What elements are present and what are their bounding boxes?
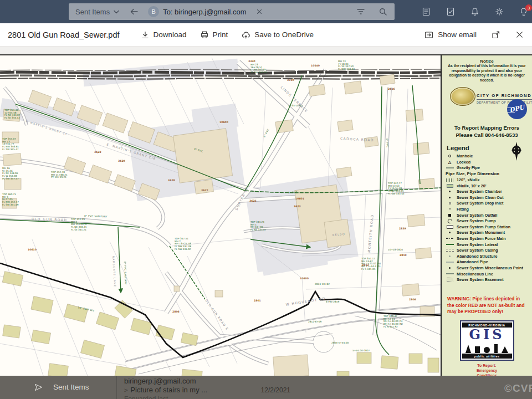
notice-title: Notice (446, 59, 528, 64)
circle-sm-symbol (446, 202, 454, 204)
report-errors-text: To Report Mapping Errors Please Call 804… (446, 125, 528, 139)
dot-symbol (446, 232, 454, 233)
open-in-new-window-icon[interactable] (491, 30, 500, 39)
dot-faint-symbol (446, 255, 454, 257)
expand-icon[interactable]: > (124, 387, 127, 393)
search-icon[interactable] (378, 7, 388, 17)
dot-symbol (446, 197, 454, 198)
square-symbol (446, 214, 454, 217)
notifications-icon[interactable] (470, 7, 480, 17)
line-gray-symbol (446, 273, 454, 274)
svg-text:2812: 2812 (362, 264, 369, 267)
pdf-page[interactable]: DURYEA DRCADOCA ROADMONTEITH ROADOLD GUN… (0, 54, 532, 376)
map-legend-panel: Notice As the recipient of this informat… (441, 55, 532, 376)
city-seal-logo (450, 87, 475, 106)
svg-text:3625: 3625 (249, 200, 257, 202)
svg-text:10540: 10540 (311, 64, 320, 67)
gis-pictograms (462, 341, 512, 354)
svg-text:2616: 2616 (388, 88, 395, 90)
north-arrow-icon (508, 141, 525, 161)
cloud-icon (241, 30, 250, 39)
svg-text:3620: 3620 (118, 160, 125, 162)
legend-item: Pipe Size, Pipe Dimension (446, 171, 528, 177)
legend-item-list: Manhole△LockedGravity PipePipe Size, Pip… (446, 153, 528, 282)
avatar: B (148, 6, 159, 17)
dpu-logo: DPU (507, 99, 527, 119)
topbar-icon-group: 3 (421, 0, 529, 23)
back-icon[interactable] (129, 7, 139, 17)
svg-text:2824-10+82: 2824-10+82 (315, 283, 330, 285)
dot-sm-symbol (446, 208, 454, 209)
svg-text:5+44.00-2807: 5+44.00-2807 (352, 349, 370, 352)
my-day-icon[interactable] (421, 7, 431, 17)
svg-text:3628: 3628 (168, 179, 175, 182)
rect-open-symbol (446, 225, 454, 229)
legend-item: Miscellaneous Line (446, 271, 528, 277)
settings-icon[interactable] (494, 7, 504, 17)
tips-badge: 3 (525, 4, 532, 11)
svg-text:2801: 2801 (254, 299, 261, 302)
svg-text:6+95-2819: 6+95-2819 (326, 300, 340, 303)
circle-open-symbol (446, 155, 454, 157)
recipient-chip[interactable]: B To: biringerp.j@gmail.com (148, 6, 262, 17)
recipient-query-text: To: biringerp.j@gmail.com (163, 8, 246, 16)
line-gray-symbol (446, 167, 454, 168)
dot-symbol (446, 267, 454, 269)
todo-icon[interactable] (446, 7, 456, 17)
legend-item: Sewer System Drop Inlet (446, 201, 528, 207)
download-icon (141, 30, 150, 39)
legend-item: Abandoned Structure (446, 253, 528, 259)
svg-text:2819: 2819 (400, 254, 407, 257)
svg-text:8" PVC: 8" PVC (288, 191, 298, 194)
legend-item: Sewer System Chamber (446, 188, 528, 195)
rect-green-symbol (446, 184, 454, 188)
svg-text:2804-5+44.00: 2804-5+44.00 (331, 341, 349, 344)
sewer-map-canvas[interactable]: DURYEA DRCADOCA ROADMONTEITH ROADOLD GUN… (0, 55, 441, 376)
dashdot-symbol (446, 238, 454, 239)
remove-recipient-icon[interactable] (256, 8, 263, 15)
svg-text:3623: 3623 (294, 205, 301, 208)
dot-symbol (446, 191, 454, 192)
attachment-filename: 2801 Old Gun Road_Sewer.pdf (8, 30, 120, 39)
search-bar[interactable]: Sent Items B To: biringerp.j@gmail.com (69, 3, 395, 20)
download-button[interactable]: Download (141, 30, 187, 39)
svg-text:10610: 10610 (28, 248, 37, 251)
pump-symbol (446, 219, 454, 223)
reading-pane-icon (424, 30, 434, 40)
svg-text:2806: 2806 (172, 310, 180, 313)
watermark: ©CVF (504, 382, 532, 395)
svg-text:TOP 354.4012+05.48FL NE 344.07: TOP 354.4012+05.48FL NE 344.07FL SE 344.… (4, 109, 21, 119)
pdf-viewer: DURYEA DRCADOCA ROADMONTEITH ROADOLD GUN… (0, 47, 532, 376)
tri-symbol: △ (446, 160, 454, 164)
show-email-button[interactable]: Show email (424, 30, 477, 40)
outlook-window: Sent Items B To: biringerp.j@gmail.com (0, 0, 532, 399)
legend-item: Gravity Pipe (446, 165, 528, 171)
mail-subject: Picture of stairs in my ... (130, 386, 258, 394)
svg-text:3627: 3627 (201, 189, 208, 192)
svg-text:10601: 10601 (295, 197, 304, 200)
legend-item: Sewer System Pump (446, 218, 528, 224)
legend-item: <Null>, 10' x 20' (446, 183, 528, 189)
svg-text:10600: 10600 (300, 277, 309, 280)
rect-dotted-symbol (446, 278, 454, 282)
legend-item: Sewer System Casing (446, 247, 528, 253)
svg-text:10+03-2820: 10+03-2820 (388, 248, 403, 251)
attachment-toolbar: 2801 Old Gun Road_Sewer.pdf Download Pri… (0, 23, 532, 47)
mail-list-item[interactable]: biringerp.j@gmail.com > Picture of stair… (124, 377, 290, 399)
legend-item: Sewer System Easement (446, 277, 528, 283)
search-scope-dropdown[interactable]: Sent Items (75, 8, 119, 16)
send-icon (33, 382, 44, 392)
legend-item: Sewer System Pump Station (446, 224, 528, 230)
filter-icon[interactable] (356, 7, 366, 17)
sent-items-folder-label[interactable]: Sent Items (33, 382, 89, 392)
line-faint-symbol (446, 262, 454, 263)
save-to-onedrive-button[interactable]: Save to OneDrive (241, 30, 314, 39)
legend-item: Sewer System Outfall (446, 212, 528, 218)
tips-icon[interactable]: 3 (519, 7, 529, 17)
print-button[interactable]: Print (200, 30, 228, 39)
vertical-divider (116, 376, 117, 399)
close-icon[interactable] (515, 30, 524, 39)
svg-text:3310: 3310 (287, 79, 294, 81)
gis-logo: RICHMOND-VIRGINIA GIS public utilities (460, 320, 514, 361)
svg-text:2806: 2806 (409, 298, 416, 301)
